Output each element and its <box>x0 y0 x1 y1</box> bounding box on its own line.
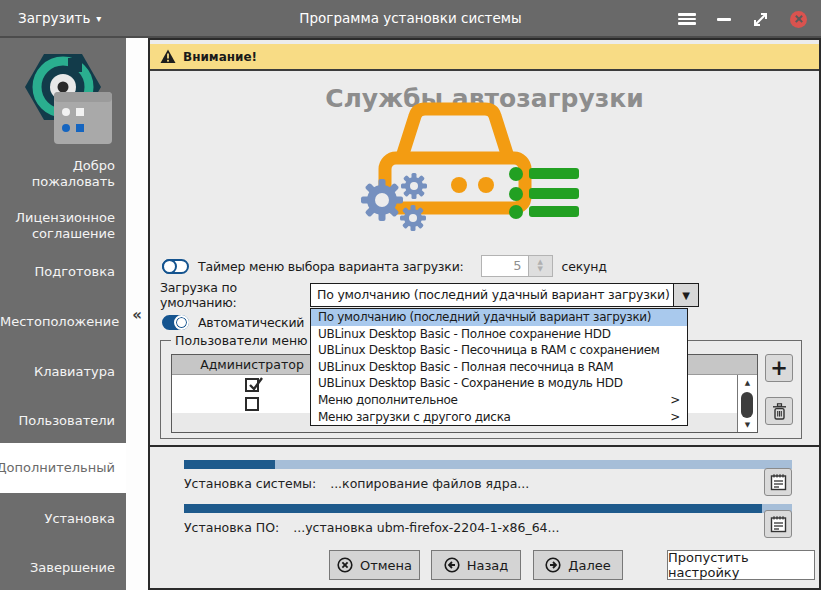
users-table-scrollbar[interactable]: ▲ ▼ <box>737 375 757 432</box>
default-boot-row: Загрузка по умолчанию: По умолчанию (пос… <box>160 282 699 308</box>
system-progress-fill <box>184 460 275 469</box>
autostart-services-icon <box>335 102 600 232</box>
titlebar: Загрузить ▾ Программа установки системы <box>0 0 821 38</box>
boot-timer-label: Таймер меню выбора варианта загрузки: <box>198 259 464 274</box>
app-menu-button[interactable] <box>678 13 696 25</box>
boot-timer-row: Таймер меню выбора варианта загрузки: 5 … <box>162 254 607 278</box>
sidebar-item-welcome[interactable]: Добро пожаловать <box>0 158 126 190</box>
warning-icon <box>160 49 176 64</box>
default-boot-combobox[interactable]: По умолчанию (последний удачный вариант … <box>310 283 699 307</box>
software-progress-label: Установка ПО:...установка ubm-firefox-22… <box>184 520 559 535</box>
submenu-arrow-icon: > <box>670 409 680 426</box>
gear-small-top <box>401 173 427 199</box>
delete-user-button[interactable] <box>765 397 793 425</box>
collapse-sidebar-chevron[interactable]: « <box>126 306 148 324</box>
scroll-up-icon[interactable]: ▲ <box>738 375 757 390</box>
cancel-icon <box>337 557 353 573</box>
submenu-arrow-icon: > <box>670 392 680 409</box>
spinner-arrows[interactable]: ▲ ▼ <box>529 255 553 277</box>
plus-icon: + <box>770 358 788 378</box>
installer-logo <box>6 50 120 158</box>
spinner-down-icon: ▼ <box>537 266 542 273</box>
minimize-button[interactable] <box>717 18 731 21</box>
trash-icon <box>772 403 787 420</box>
next-arrow-icon <box>545 557 561 573</box>
system-progressbar <box>184 460 792 469</box>
auto-login-label: Автоматический вхо <box>198 315 306 330</box>
dropdown-option-full-save-hdd[interactable]: UBLinux Desktop Basic - Полное сохранени… <box>311 326 687 343</box>
sidebar-item-finish[interactable]: Завершение <box>0 560 126 576</box>
skip-setup-button[interactable]: Пропустить настройку <box>667 550 815 580</box>
admin-column-header: Администратор <box>172 357 332 372</box>
minimize-icon <box>717 18 731 21</box>
auto-login-row: Автоматический вхо <box>162 312 306 332</box>
log-icon <box>770 515 787 533</box>
warning-text: Внимание! <box>183 50 257 64</box>
sidebar-item-users[interactable]: Пользователи <box>0 413 126 429</box>
auto-login-toggle[interactable] <box>162 315 189 330</box>
add-user-button[interactable]: + <box>765 354 793 382</box>
scroll-down-icon[interactable]: ▼ <box>738 417 757 432</box>
section-divider <box>150 445 819 447</box>
admin-checkbox-row1[interactable] <box>245 378 259 392</box>
combobox-arrow-button[interactable]: ▼ <box>673 284 698 306</box>
cancel-button[interactable]: Отмена <box>329 550 420 580</box>
system-log-button[interactable] <box>764 468 792 496</box>
software-log-button[interactable] <box>764 510 792 538</box>
gear-large <box>361 179 403 221</box>
boot-timer-toggle[interactable] <box>162 259 189 274</box>
sidebar: Добро пожаловать Лицензионное соглашение… <box>0 38 126 590</box>
maximize-button[interactable] <box>752 11 769 28</box>
next-button[interactable]: Далее <box>533 550 623 580</box>
close-button[interactable] <box>790 11 807 28</box>
software-progress-fill <box>184 504 762 513</box>
load-menu-label: Загрузить <box>18 10 90 26</box>
system-progress-status: ...копирование файлов ядра... <box>330 476 529 491</box>
sidebar-item-preparation[interactable]: Подготовка <box>0 264 126 280</box>
log-icon <box>770 473 787 491</box>
software-progressbar <box>184 504 792 513</box>
sidebar-item-location[interactable]: Местоположение <box>0 314 126 330</box>
load-menu-button[interactable]: Загрузить ▾ <box>18 10 101 26</box>
boot-timer-value[interactable]: 5 <box>481 255 529 277</box>
boot-timer-unit: секунд <box>562 259 607 274</box>
dropdown-option-save-module-hdd[interactable]: UBLinux Desktop Basic - Сохранение в мод… <box>311 375 687 392</box>
hamburger-icon <box>678 13 696 25</box>
dropdown-option-default[interactable]: По умолчанию (последний удачный вариант … <box>311 309 687 326</box>
main-panel: Внимание! Службы автозагрузки <box>148 38 821 590</box>
default-boot-value: По умолчанию (последний удачный вариант … <box>311 284 673 306</box>
close-icon <box>790 11 807 28</box>
boot-list-glyph <box>509 167 579 219</box>
boot-timer-spinner[interactable]: 5 ▲ ▼ <box>481 255 553 277</box>
dropdown-option-extra-menu[interactable]: Меню дополнительное > <box>311 392 687 409</box>
sidebar-item-license[interactable]: Лицензионное соглашение <box>0 210 126 242</box>
sidebar-item-keyboard[interactable]: Клавиатура <box>0 364 126 380</box>
default-boot-label: Загрузка по умолчанию: <box>160 280 310 310</box>
back-arrow-icon <box>444 557 460 573</box>
boot-options-dropdown: По умолчанию (последний удачный вариант … <box>310 308 688 426</box>
sidebar-gutter: « <box>126 38 148 590</box>
window-controls <box>678 0 807 38</box>
back-button[interactable]: Назад <box>431 550 521 580</box>
dropdown-option-other-disk-menu[interactable]: Меню загрузки с другого диска > <box>311 409 687 426</box>
caret-down-icon: ▾ <box>96 13 101 24</box>
warning-banner: Внимание! <box>150 44 819 71</box>
dropdown-option-full-sandbox-ram[interactable]: UBLinux Desktop Basic - Полная песочница… <box>311 359 687 376</box>
expand-icon <box>752 11 769 28</box>
chevron-down-icon: ▼ <box>682 290 690 301</box>
dropdown-option-sandbox-ram-save[interactable]: UBLinux Desktop Basic - Песочница в RAM … <box>311 342 687 359</box>
admin-checkbox-row2[interactable] <box>245 397 259 411</box>
scrollbar-thumb[interactable] <box>741 392 753 418</box>
sidebar-item-install[interactable]: Установка <box>0 511 126 527</box>
gear-small-bottom <box>400 205 426 231</box>
system-progress-label: Установка системы:...копирование файлов … <box>184 476 529 491</box>
users-groupbox-title: Пользователи меню за <box>171 333 311 348</box>
sidebar-item-additional[interactable]: Дополнительный <box>0 443 126 493</box>
software-progress-status: ...установка ubm-firefox-2204-1-x86_64..… <box>293 520 559 535</box>
